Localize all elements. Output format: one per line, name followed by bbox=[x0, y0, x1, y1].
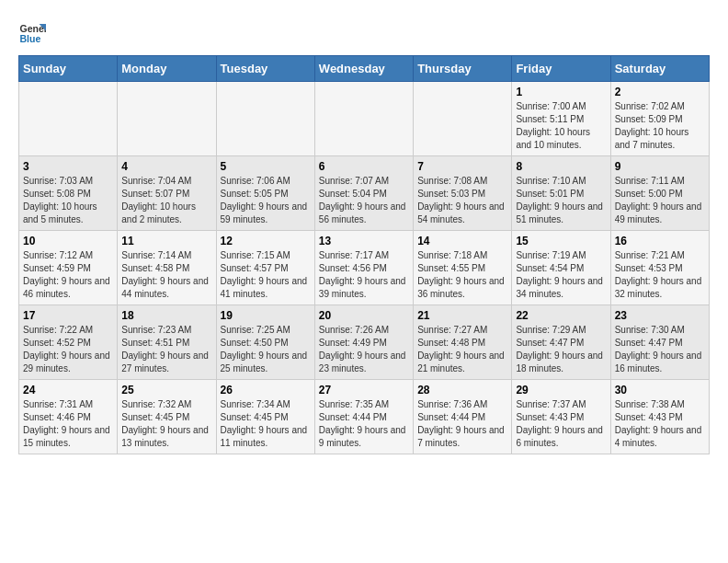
logo: General Blue bbox=[18, 18, 50, 46]
day-info: Sunrise: 7:14 AM Sunset: 4:58 PM Dayligh… bbox=[121, 249, 211, 301]
weekday-header-thursday: Thursday bbox=[414, 56, 512, 82]
calendar-cell: 30Sunrise: 7:38 AM Sunset: 4:43 PM Dayli… bbox=[610, 380, 709, 454]
day-number: 7 bbox=[417, 160, 507, 173]
day-info: Sunrise: 7:38 AM Sunset: 4:43 PM Dayligh… bbox=[615, 398, 705, 450]
calendar-cell: 16Sunrise: 7:21 AM Sunset: 4:53 PM Dayli… bbox=[610, 231, 709, 305]
page-header: General Blue bbox=[18, 18, 710, 46]
weekday-header-row: SundayMondayTuesdayWednesdayThursdayFrid… bbox=[19, 56, 710, 82]
calendar-cell: 7Sunrise: 7:08 AM Sunset: 5:03 PM Daylig… bbox=[414, 156, 512, 231]
day-info: Sunrise: 7:35 AM Sunset: 4:44 PM Dayligh… bbox=[319, 398, 409, 450]
day-number: 26 bbox=[221, 384, 311, 396]
day-info: Sunrise: 7:26 AM Sunset: 4:49 PM Dayligh… bbox=[319, 324, 409, 375]
calendar-cell bbox=[118, 82, 216, 156]
day-number: 29 bbox=[516, 384, 606, 396]
day-number: 23 bbox=[615, 309, 705, 322]
calendar-cell: 15Sunrise: 7:19 AM Sunset: 4:54 PM Dayli… bbox=[512, 231, 610, 305]
calendar-cell bbox=[19, 82, 118, 156]
day-number: 16 bbox=[615, 235, 705, 247]
day-info: Sunrise: 7:25 AM Sunset: 4:50 PM Dayligh… bbox=[221, 324, 311, 375]
day-number: 6 bbox=[319, 160, 409, 173]
day-number: 19 bbox=[221, 309, 311, 322]
weekday-header-friday: Friday bbox=[512, 56, 610, 82]
svg-text:Blue: Blue bbox=[20, 33, 41, 44]
calendar-cell: 18Sunrise: 7:23 AM Sunset: 4:51 PM Dayli… bbox=[118, 305, 216, 380]
day-info: Sunrise: 7:31 AM Sunset: 4:46 PM Dayligh… bbox=[23, 398, 113, 450]
calendar-cell: 6Sunrise: 7:07 AM Sunset: 5:04 PM Daylig… bbox=[314, 156, 413, 231]
calendar-cell bbox=[414, 82, 512, 156]
day-number: 11 bbox=[121, 235, 211, 247]
calendar-cell: 28Sunrise: 7:36 AM Sunset: 4:44 PM Dayli… bbox=[414, 380, 512, 454]
calendar-cell: 29Sunrise: 7:37 AM Sunset: 4:43 PM Dayli… bbox=[512, 380, 610, 454]
calendar-cell: 19Sunrise: 7:25 AM Sunset: 4:50 PM Dayli… bbox=[216, 305, 314, 380]
day-info: Sunrise: 7:22 AM Sunset: 4:52 PM Dayligh… bbox=[23, 324, 113, 375]
calendar-cell bbox=[314, 82, 413, 156]
day-number: 13 bbox=[319, 235, 409, 247]
calendar-cell: 10Sunrise: 7:12 AM Sunset: 4:59 PM Dayli… bbox=[19, 231, 118, 305]
day-number: 15 bbox=[516, 235, 606, 247]
calendar-table: SundayMondayTuesdayWednesdayThursdayFrid… bbox=[18, 55, 710, 454]
calendar-cell: 22Sunrise: 7:29 AM Sunset: 4:47 PM Dayli… bbox=[512, 305, 610, 380]
week-row-4: 17Sunrise: 7:22 AM Sunset: 4:52 PM Dayli… bbox=[19, 305, 710, 380]
week-row-3: 10Sunrise: 7:12 AM Sunset: 4:59 PM Dayli… bbox=[19, 231, 710, 305]
day-number: 24 bbox=[23, 384, 113, 396]
day-number: 2 bbox=[615, 86, 705, 98]
day-info: Sunrise: 7:36 AM Sunset: 4:44 PM Dayligh… bbox=[417, 398, 507, 450]
calendar-cell: 25Sunrise: 7:32 AM Sunset: 4:45 PM Dayli… bbox=[118, 380, 216, 454]
logo-icon: General Blue bbox=[18, 18, 46, 46]
day-number: 30 bbox=[615, 384, 705, 396]
day-number: 14 bbox=[417, 235, 507, 247]
calendar-cell: 2Sunrise: 7:02 AM Sunset: 5:09 PM Daylig… bbox=[610, 82, 709, 156]
day-info: Sunrise: 7:00 AM Sunset: 5:11 PM Dayligh… bbox=[516, 100, 606, 152]
day-number: 10 bbox=[23, 235, 113, 247]
day-info: Sunrise: 7:10 AM Sunset: 5:01 PM Dayligh… bbox=[516, 175, 606, 226]
day-info: Sunrise: 7:21 AM Sunset: 4:53 PM Dayligh… bbox=[615, 249, 705, 301]
calendar-cell: 4Sunrise: 7:04 AM Sunset: 5:07 PM Daylig… bbox=[118, 156, 216, 231]
week-row-2: 3Sunrise: 7:03 AM Sunset: 5:08 PM Daylig… bbox=[19, 156, 710, 231]
calendar-cell: 11Sunrise: 7:14 AM Sunset: 4:58 PM Dayli… bbox=[118, 231, 216, 305]
day-number: 9 bbox=[615, 160, 705, 173]
calendar-cell: 27Sunrise: 7:35 AM Sunset: 4:44 PM Dayli… bbox=[314, 380, 413, 454]
calendar-cell: 24Sunrise: 7:31 AM Sunset: 4:46 PM Dayli… bbox=[19, 380, 118, 454]
day-info: Sunrise: 7:32 AM Sunset: 4:45 PM Dayligh… bbox=[121, 398, 211, 450]
calendar-cell: 9Sunrise: 7:11 AM Sunset: 5:00 PM Daylig… bbox=[610, 156, 709, 231]
calendar-cell: 20Sunrise: 7:26 AM Sunset: 4:49 PM Dayli… bbox=[314, 305, 413, 380]
weekday-header-sunday: Sunday bbox=[19, 56, 118, 82]
day-number: 3 bbox=[23, 160, 113, 173]
day-info: Sunrise: 7:34 AM Sunset: 4:45 PM Dayligh… bbox=[221, 398, 311, 450]
day-number: 4 bbox=[121, 160, 211, 173]
day-number: 27 bbox=[319, 384, 409, 396]
day-info: Sunrise: 7:03 AM Sunset: 5:08 PM Dayligh… bbox=[23, 175, 113, 226]
weekday-header-saturday: Saturday bbox=[610, 56, 709, 82]
calendar-cell: 13Sunrise: 7:17 AM Sunset: 4:56 PM Dayli… bbox=[314, 231, 413, 305]
day-info: Sunrise: 7:06 AM Sunset: 5:05 PM Dayligh… bbox=[221, 175, 311, 226]
day-info: Sunrise: 7:07 AM Sunset: 5:04 PM Dayligh… bbox=[319, 175, 409, 226]
day-number: 21 bbox=[417, 309, 507, 322]
day-number: 12 bbox=[221, 235, 311, 247]
calendar-cell: 23Sunrise: 7:30 AM Sunset: 4:47 PM Dayli… bbox=[610, 305, 709, 380]
day-info: Sunrise: 7:30 AM Sunset: 4:47 PM Dayligh… bbox=[615, 324, 705, 375]
weekday-header-monday: Monday bbox=[118, 56, 216, 82]
day-number: 22 bbox=[516, 309, 606, 322]
weekday-header-wednesday: Wednesday bbox=[314, 56, 413, 82]
day-info: Sunrise: 7:37 AM Sunset: 4:43 PM Dayligh… bbox=[516, 398, 606, 450]
day-info: Sunrise: 7:15 AM Sunset: 4:57 PM Dayligh… bbox=[221, 249, 311, 301]
day-info: Sunrise: 7:08 AM Sunset: 5:03 PM Dayligh… bbox=[417, 175, 507, 226]
calendar-cell bbox=[216, 82, 314, 156]
day-info: Sunrise: 7:19 AM Sunset: 4:54 PM Dayligh… bbox=[516, 249, 606, 301]
day-number: 5 bbox=[221, 160, 311, 173]
calendar-cell: 8Sunrise: 7:10 AM Sunset: 5:01 PM Daylig… bbox=[512, 156, 610, 231]
day-number: 28 bbox=[417, 384, 507, 396]
day-info: Sunrise: 7:17 AM Sunset: 4:56 PM Dayligh… bbox=[319, 249, 409, 301]
day-number: 1 bbox=[516, 86, 606, 98]
day-number: 17 bbox=[23, 309, 113, 322]
calendar-cell: 17Sunrise: 7:22 AM Sunset: 4:52 PM Dayli… bbox=[19, 305, 118, 380]
weekday-header-tuesday: Tuesday bbox=[216, 56, 314, 82]
day-info: Sunrise: 7:18 AM Sunset: 4:55 PM Dayligh… bbox=[417, 249, 507, 301]
day-number: 18 bbox=[121, 309, 211, 322]
calendar-cell: 26Sunrise: 7:34 AM Sunset: 4:45 PM Dayli… bbox=[216, 380, 314, 454]
day-info: Sunrise: 7:12 AM Sunset: 4:59 PM Dayligh… bbox=[23, 249, 113, 301]
calendar-cell: 14Sunrise: 7:18 AM Sunset: 4:55 PM Dayli… bbox=[414, 231, 512, 305]
calendar-cell: 3Sunrise: 7:03 AM Sunset: 5:08 PM Daylig… bbox=[19, 156, 118, 231]
day-number: 20 bbox=[319, 309, 409, 322]
day-info: Sunrise: 7:29 AM Sunset: 4:47 PM Dayligh… bbox=[516, 324, 606, 375]
